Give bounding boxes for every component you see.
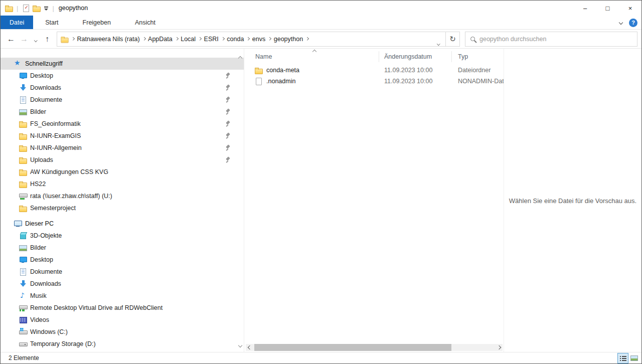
sidebar-item-pc-dokumente[interactable]: Dokumente (1, 266, 244, 278)
file-row[interactable]: conda-meta 11.09.2023 10:00 Dateiordner (244, 65, 504, 76)
qat-customize-dropdown-icon[interactable] (44, 7, 49, 12)
sidebar-item-dieser-pc[interactable]: Dieser PC (1, 218, 244, 230)
file-modified-date: 11.09.2023 10:00 (379, 78, 452, 85)
desktop-icon (19, 256, 27, 264)
folder-icon (255, 66, 263, 74)
sidebar-scroll-up-icon[interactable] (239, 53, 242, 62)
navigation-pane: Schnellzugriff Desktop Downloads Dokumen… (1, 49, 244, 353)
sidebar-item-aw-kuendigungen[interactable]: AW Kündigungen CSS KVG (1, 166, 244, 178)
sidebar-item-musik[interactable]: Musik (1, 290, 244, 302)
file-name: .nonadmin (266, 78, 295, 85)
sidebar-item-label: Schnellzugriff (25, 60, 63, 67)
item-count: 2 Elemente (9, 354, 39, 361)
sidebar-item-n-iunr-allgemein[interactable]: N-IUNR-Allgemein (1, 142, 244, 154)
breadcrumb-segment[interactable]: ESRI (204, 36, 219, 43)
sidebar-item-label: Musik (30, 292, 47, 299)
sidebar-item-pc-downloads[interactable]: Downloads (1, 278, 244, 290)
pin-icon (225, 109, 231, 115)
help-icon[interactable]: ? (629, 19, 637, 27)
sidebar-item-windows-c[interactable]: Windows (C:) (1, 326, 244, 338)
thumbnails-view-button[interactable] (628, 353, 639, 363)
horizontal-scrollbar[interactable] (246, 344, 503, 351)
details-view-button[interactable] (617, 353, 628, 363)
sidebar-item-uploads[interactable]: Uploads (1, 154, 244, 166)
sidebar-item-label: Desktop (30, 256, 53, 263)
breadcrumb-segment[interactable]: AppData (148, 36, 173, 43)
file-type: NONADMIN-Dat (452, 78, 504, 85)
scroll-left-icon[interactable] (246, 344, 253, 351)
sidebar-item-temporary-storage-d[interactable]: Temporary Storage (D:) (1, 338, 244, 350)
column-header-typ[interactable]: Typ (452, 51, 504, 62)
file-modified-date: 11.09.2023 10:00 (379, 67, 452, 74)
sidebar-item-label: Uploads (30, 156, 53, 163)
sidebar-item-3d-objekte[interactable]: 3D-Objekte (1, 230, 244, 242)
sidebar-item-dokumente[interactable]: Dokumente (1, 94, 244, 106)
sidebar-item-remote-desktop-drive[interactable]: Remote Desktop Virtual Drive auf RDWebCl… (1, 302, 244, 314)
expand-ribbon-icon[interactable] (619, 21, 623, 25)
quick-access-toolbar: | | (1, 4, 55, 12)
address-bar[interactable]: Ratnaweera Nils (rata) AppData Local ESR… (57, 32, 446, 47)
minimize-button[interactable]: – (574, 1, 596, 16)
tab-start[interactable]: Start (33, 16, 70, 29)
sidebar-scroll-down-icon[interactable] (239, 340, 242, 349)
sidebar-item-hs22[interactable]: HS22 (1, 178, 244, 190)
file-row[interactable]: .nonadmin 11.09.2023 10:00 NONADMIN-Dat (244, 76, 504, 87)
search-box (465, 32, 637, 47)
pictures-icon (19, 108, 27, 116)
breadcrumb-chevron-icon[interactable] (305, 37, 308, 40)
folder-icon (19, 168, 27, 176)
maximize-button[interactable]: □ (596, 1, 619, 16)
sidebar-item-bilder[interactable]: Bilder (1, 106, 244, 118)
breadcrumb-chevron-icon[interactable] (71, 37, 74, 40)
qat-properties-icon[interactable] (22, 4, 30, 12)
breadcrumb-segment[interactable]: geopython (274, 36, 303, 43)
downloads-icon (19, 280, 27, 288)
tab-freigeben[interactable]: Freigeben (71, 16, 123, 29)
sidebar-item-pc-bilder[interactable]: Bilder (1, 242, 244, 254)
sidebar-item-label: N-IUNR-ExamGIS (30, 132, 81, 139)
sidebar-item-label: Bilder (30, 108, 46, 115)
explorer-window-icon[interactable] (5, 4, 13, 12)
sidebar-item-downloads[interactable]: Downloads (1, 82, 244, 94)
forward-button[interactable]: → (18, 35, 31, 44)
breadcrumb-segment[interactable]: Local (181, 36, 196, 43)
breadcrumb-chevron-icon[interactable] (175, 37, 178, 40)
column-header-name[interactable]: Name (244, 51, 379, 62)
qat-new-folder-icon[interactable] (33, 4, 41, 12)
scrollbar-track[interactable] (253, 344, 495, 351)
documents-icon (19, 268, 27, 276)
tab-datei[interactable]: Datei (1, 16, 33, 29)
thumbnails-view-icon (630, 355, 638, 361)
file-type: Dateiordner (452, 67, 504, 74)
up-button[interactable]: ↑ (41, 35, 54, 44)
refresh-button[interactable]: ↻ (446, 32, 460, 47)
tab-ansicht[interactable]: Ansicht (123, 16, 168, 29)
sidebar-item-pc-desktop[interactable]: Desktop (1, 254, 244, 266)
address-dropdown-icon[interactable] (437, 42, 440, 45)
sidebar-item-videos[interactable]: Videos (1, 314, 244, 326)
breadcrumb-segment[interactable]: conda (227, 36, 244, 43)
breadcrumb-chevron-icon[interactable] (246, 37, 249, 40)
view-toggles (617, 352, 639, 364)
sidebar-item-fs-geoinformatik[interactable]: FS_Geoinformatik (1, 118, 244, 130)
sidebar-item-n-iunr-examgis[interactable]: N-IUNR-ExamGIS (1, 130, 244, 142)
breadcrumb-chevron-icon[interactable] (221, 37, 224, 40)
breadcrumb-chevron-icon[interactable] (142, 37, 145, 40)
column-header-aenderungsdatum[interactable]: Änderungsdatum (379, 51, 452, 62)
sidebar-item-semesterproject[interactable]: Semesterproject (1, 202, 244, 214)
breadcrumb-chevron-icon[interactable] (198, 37, 201, 40)
folder-icon (19, 156, 27, 164)
breadcrumb-segment[interactable]: Ratnaweera Nils (rata) (77, 36, 140, 43)
sidebar-item-rata-u-drive[interactable]: rata (\\user.zhaw.ch\staff) (U:) (1, 190, 244, 202)
titlebar: | | geopython – □ × (1, 1, 641, 16)
recent-locations-dropdown-icon[interactable] (31, 35, 41, 44)
back-button[interactable]: ← (5, 35, 18, 44)
search-input[interactable] (479, 36, 620, 43)
close-button[interactable]: × (619, 1, 641, 16)
scroll-right-icon[interactable] (495, 344, 503, 351)
breadcrumb-segment[interactable]: envs (252, 36, 265, 43)
sidebar-item-desktop[interactable]: Desktop (1, 70, 244, 82)
sidebar-item-schnellzugriff[interactable]: Schnellzugriff (1, 58, 244, 70)
breadcrumb-chevron-icon[interactable] (268, 37, 271, 40)
scrollbar-thumb[interactable] (254, 344, 451, 351)
